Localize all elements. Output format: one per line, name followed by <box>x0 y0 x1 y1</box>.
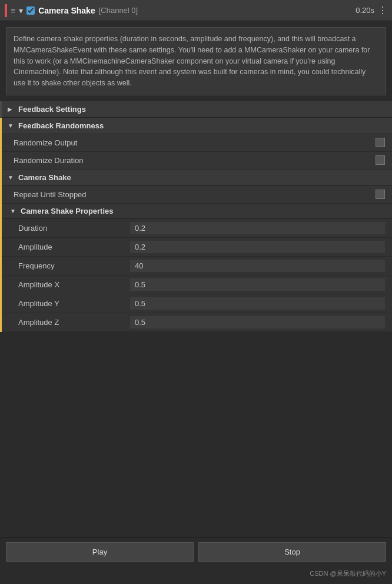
amplitude-z-label: Amplitude Z <box>18 318 130 327</box>
amplitude-y-label: Amplitude Y <box>18 299 130 308</box>
action-buttons-bar: Play Stop <box>0 537 392 566</box>
randomize-duration-checkbox[interactable] <box>376 155 385 165</box>
amplitude-x-row: Amplitude X <box>2 276 392 294</box>
options-menu-icon[interactable]: ⋮ <box>378 5 387 16</box>
component-title: Camera Shake <box>38 6 95 15</box>
watermark: CSDN @呆呆敲代码的小Y <box>310 569 386 578</box>
amplitude-x-input[interactable] <box>130 278 385 291</box>
feedback-settings-header[interactable]: ▶ Feedback Settings <box>0 101 392 118</box>
frequency-row: Frequency <box>2 257 392 276</box>
amplitude-y-input[interactable] <box>130 297 385 310</box>
randomize-output-checkbox[interactable] <box>376 138 385 147</box>
description-text: Define camera shake properties (duration… <box>14 35 370 87</box>
camera-shake-content: ▼ Camera Shake Repeat Until Stopped ▼ Ca… <box>2 170 392 332</box>
feedback-randomness-arrow-icon: ▼ <box>8 122 15 129</box>
camera-shake-properties-header[interactable]: ▼ Camera Shake Properties <box>2 204 392 219</box>
randomize-output-label: Randomize Output <box>14 138 376 147</box>
duration-row: Duration <box>2 219 392 238</box>
play-button[interactable]: Play <box>6 542 194 562</box>
chevron-icon[interactable]: ▾ <box>19 6 23 15</box>
repeat-until-stopped-checkbox[interactable] <box>376 190 385 199</box>
camera-shake-properties-title: Camera Shake Properties <box>21 207 114 215</box>
component-header: ≡ ▾ Camera Shake [Channel 0] 0.20s ⋮ <box>0 0 392 21</box>
feedback-randomness-content: ▼ Feedback Randomness Randomize Output R… <box>2 118 392 170</box>
feedback-settings-title: Feedback Settings <box>18 105 86 114</box>
stop-button[interactable]: Stop <box>198 542 386 562</box>
amplitude-y-row: Amplitude Y <box>2 294 392 313</box>
repeat-until-stopped-row: Repeat Until Stopped <box>2 186 392 204</box>
repeat-until-stopped-label: Repeat Until Stopped <box>14 190 376 199</box>
amplitude-row: Amplitude <box>2 238 392 257</box>
channel-label: [Channel 0] <box>99 6 138 15</box>
description-box: Define camera shake properties (duration… <box>6 27 386 95</box>
feedback-settings-arrow-icon: ▶ <box>8 106 15 112</box>
amplitude-z-row: Amplitude Z <box>2 313 392 332</box>
camera-shake-wrapper: ▼ Camera Shake Repeat Until Stopped ▼ Ca… <box>0 170 392 332</box>
duration-label: Duration <box>18 224 130 233</box>
randomize-output-row: Randomize Output <box>2 134 392 152</box>
frequency-label: Frequency <box>18 261 130 270</box>
camera-shake-header[interactable]: ▼ Camera Shake <box>2 170 392 186</box>
component-enabled-checkbox[interactable] <box>26 6 35 15</box>
camera-shake-title: Camera Shake <box>18 173 71 182</box>
feedback-randomness-wrapper: ▼ Feedback Randomness Randomize Output R… <box>0 118 392 170</box>
amplitude-label: Amplitude <box>18 243 130 251</box>
hamburger-icon[interactable]: ≡ <box>11 6 15 15</box>
amplitude-x-label: Amplitude X <box>18 280 130 289</box>
randomize-duration-row: Randomize Duration <box>2 152 392 170</box>
camera-shake-properties-arrow-icon: ▼ <box>10 208 17 214</box>
feedback-settings-section: ▶ Feedback Settings <box>0 101 392 118</box>
header-accent-bar <box>5 4 7 17</box>
duration-display: 0.20s <box>356 6 374 15</box>
frequency-input[interactable] <box>130 260 385 272</box>
amplitude-input[interactable] <box>130 241 385 253</box>
randomize-duration-label: Randomize Duration <box>14 156 376 165</box>
feedback-randomness-title: Feedback Randomness <box>18 121 104 130</box>
duration-input[interactable] <box>130 222 385 234</box>
feedback-randomness-header[interactable]: ▼ Feedback Randomness <box>2 118 392 134</box>
amplitude-z-input[interactable] <box>130 316 385 328</box>
camera-shake-arrow-icon: ▼ <box>8 174 15 181</box>
